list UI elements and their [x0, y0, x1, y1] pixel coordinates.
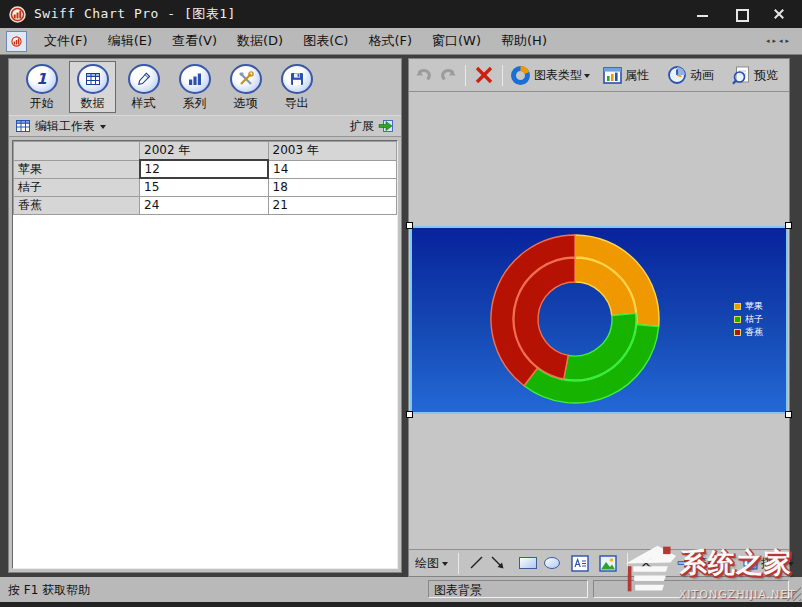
chevron-down-icon: [584, 74, 590, 78]
window-bottom-edge: [0, 602, 802, 607]
data-panel: 1 开始 数据 样式: [8, 58, 402, 573]
save-icon: [281, 64, 313, 94]
worksheet-header-label[interactable]: 编辑工作表: [35, 118, 95, 135]
menu-item-data[interactable]: 数据(D): [227, 29, 293, 52]
row-header[interactable]: 香蕉: [14, 196, 140, 214]
ribbon-start-button[interactable]: 1 开始: [18, 61, 65, 113]
ribbon-series-button[interactable]: 系列: [171, 61, 218, 113]
application-window: { "window": { "title": "Swiff Chart Pro …: [0, 0, 802, 607]
worksheet-area[interactable]: 2002 年2003 年 苹果1214桔子1518香蕉2421: [12, 140, 398, 569]
chart-canvas[interactable]: 苹果桔子香蕉: [410, 226, 788, 414]
menu-item-file[interactable]: 文件(F): [34, 29, 98, 52]
rectangle-tool-button[interactable]: [518, 555, 538, 571]
rotate-icon: [638, 555, 656, 571]
mdi-window-buttons[interactable]: ◂▸◂▸: [766, 37, 792, 45]
table-row: 桔子1518: [14, 178, 397, 196]
arrange-button[interactable]: 排列: [743, 555, 794, 572]
data-cell[interactable]: 21: [268, 196, 397, 214]
bar-chart-icon: [179, 64, 211, 94]
redo-button[interactable]: [436, 63, 460, 87]
title-bar: Swiff Chart Pro - [图表1]: [0, 0, 802, 28]
data-cell[interactable]: 24: [140, 196, 269, 214]
data-cell[interactable]: 14: [268, 160, 397, 178]
legend-item: 苹果: [734, 301, 763, 312]
drawing-toolbar: 绘图: [409, 549, 789, 576]
data-table: 2002 年2003 年 苹果1214桔子1518香蕉2421: [13, 141, 397, 215]
data-cell[interactable]: 15: [140, 178, 269, 196]
menu-item-help[interactable]: 帮助(H): [491, 29, 557, 52]
app-logo-icon: [9, 6, 26, 23]
toolbar-separator: [465, 65, 466, 86]
chart-workspace[interactable]: 苹果桔子香蕉: [409, 92, 789, 549]
maximize-button[interactable]: [734, 7, 748, 21]
arrow-icon: [490, 555, 506, 571]
legend-label: 苹果: [745, 301, 763, 312]
selection-handle[interactable]: [785, 222, 792, 229]
transform-tool-button[interactable]: [638, 555, 656, 571]
ellipse-icon: [543, 555, 561, 571]
ellipse-tool-button[interactable]: [543, 555, 561, 571]
toolbar-separator: [627, 553, 628, 574]
menu-item-format[interactable]: 格式(F): [358, 29, 422, 52]
document-icon[interactable]: [6, 31, 27, 52]
chart-type-donut-icon: [510, 65, 531, 86]
delete-x-icon: [473, 65, 495, 85]
textbox-icon: [571, 555, 589, 572]
chart-panel: 图表类型 属性 动画: [408, 58, 790, 577]
donut-chart: [412, 228, 786, 412]
chevron-down-icon: [722, 562, 728, 566]
toolbar-separator: [502, 65, 503, 86]
worksheet-grid-icon: [16, 119, 30, 133]
menu-item-edit[interactable]: 编辑(E): [98, 29, 162, 52]
row-header[interactable]: 桔子: [14, 178, 140, 196]
menu-item-chart[interactable]: 图表(C): [293, 29, 358, 52]
animation-button[interactable]: 动画: [665, 63, 718, 87]
arrange-icon: [743, 557, 758, 570]
chevron-down-icon[interactable]: [100, 125, 106, 129]
arrow-style-icon: [677, 557, 692, 569]
data-cell[interactable]: 12: [140, 160, 269, 178]
ribbon-options-button[interactable]: 选项: [222, 61, 269, 113]
window-title: Swiff Chart Pro - [图表1]: [34, 5, 236, 23]
data-cell[interactable]: 18: [268, 178, 397, 196]
preview-button[interactable]: 预览: [730, 63, 782, 87]
expand-button[interactable]: 扩展: [350, 118, 394, 135]
column-header[interactable]: 2002 年: [140, 142, 269, 161]
legend-swatch: [734, 303, 741, 310]
selection-handle[interactable]: [785, 411, 792, 418]
draw-menu-button[interactable]: 绘图: [415, 555, 448, 572]
expand-icon: [378, 119, 394, 133]
line-tool-button[interactable]: [469, 555, 485, 571]
tools-icon: [230, 64, 262, 94]
ribbon-export-button[interactable]: 导出: [273, 61, 320, 113]
close-button[interactable]: [772, 7, 786, 21]
ribbon-style-button[interactable]: 样式: [120, 61, 167, 113]
menu-item-view[interactable]: 查看(V): [162, 29, 227, 52]
table-corner-cell[interactable]: [14, 142, 140, 161]
arrow-style-button[interactable]: 箭头: [677, 555, 728, 572]
arrow-tool-button[interactable]: [490, 555, 506, 571]
selection-handle[interactable]: [406, 411, 413, 418]
table-row: 苹果1214: [14, 160, 397, 178]
ribbon-data-button[interactable]: 数据: [69, 61, 116, 113]
selection-handle[interactable]: [406, 222, 413, 229]
chevron-down-icon: [788, 562, 794, 566]
chevron-down-icon: [442, 562, 448, 566]
row-header[interactable]: 苹果: [14, 160, 140, 178]
picture-tool-button[interactable]: [599, 555, 617, 572]
legend-label: 桔子: [745, 314, 763, 325]
menu-item-window[interactable]: 窗口(W): [422, 29, 491, 52]
textbox-tool-button[interactable]: [571, 555, 589, 572]
delete-button[interactable]: [471, 63, 497, 87]
column-header[interactable]: 2003 年: [268, 142, 397, 161]
properties-button[interactable]: 属性: [601, 65, 653, 86]
chart-type-button[interactable]: 图表类型: [508, 63, 592, 88]
preview-magnifier-icon: [732, 65, 751, 85]
start-icon: 1: [26, 64, 58, 94]
chart-toolbar: 图表类型 属性 动画: [409, 59, 789, 92]
expand-label: 扩展: [350, 118, 374, 135]
legend-swatch: [734, 316, 741, 323]
undo-button[interactable]: [412, 63, 436, 87]
minimize-button[interactable]: [696, 7, 710, 21]
worksheet-header-bar: 编辑工作表 扩展: [9, 115, 401, 137]
